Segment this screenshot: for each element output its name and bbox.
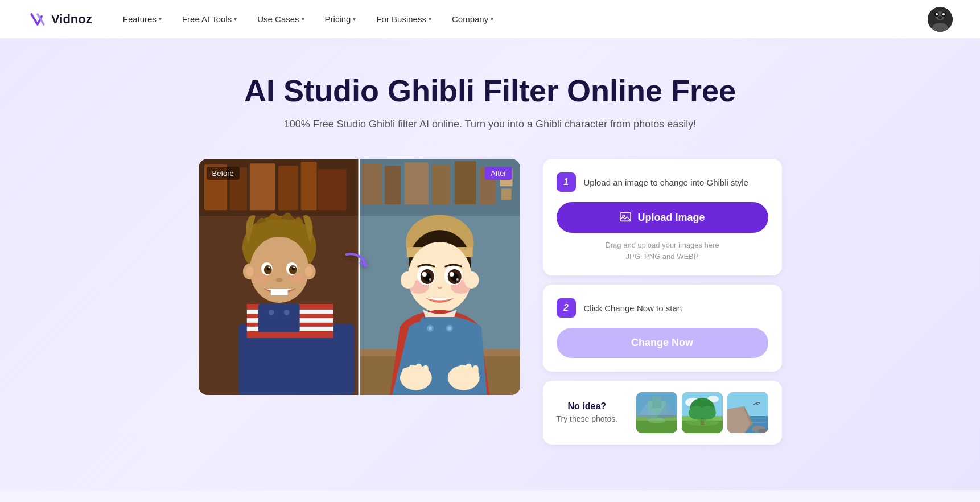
page-title: AI Studio Ghibli Filter Online Free bbox=[27, 73, 953, 108]
svg-point-7 bbox=[938, 16, 942, 19]
logo-link[interactable]: Vidnoz bbox=[27, 9, 92, 30]
nav-item-features[interactable]: Features ▾ bbox=[115, 10, 170, 28]
svg-point-109 bbox=[685, 419, 719, 426]
svg-rect-84 bbox=[423, 365, 429, 381]
svg-point-71 bbox=[456, 278, 459, 281]
upload-image-button[interactable]: Upload Image bbox=[557, 202, 768, 233]
nav-item-company[interactable]: Company ▾ bbox=[444, 10, 501, 28]
nav-links: Features ▾ Free AI Tools ▾ Use Cases ▾ P… bbox=[115, 10, 928, 28]
svg-rect-48 bbox=[405, 162, 429, 204]
nav-item-for-business[interactable]: For Business ▾ bbox=[368, 10, 439, 28]
svg-rect-15 bbox=[318, 169, 346, 210]
before-label: Before bbox=[207, 167, 240, 180]
step1-description: Upload an image to change into Ghibli st… bbox=[584, 178, 748, 187]
chevron-down-icon: ▾ bbox=[302, 16, 304, 22]
svg-point-43 bbox=[304, 266, 312, 277]
after-label: After bbox=[485, 167, 512, 180]
svg-point-70 bbox=[429, 278, 431, 281]
svg-rect-88 bbox=[473, 365, 479, 381]
svg-point-26 bbox=[268, 267, 270, 269]
hero-subtitle: 100% Free Studio Ghibli filter AI online… bbox=[27, 118, 953, 130]
step1-header: 1 Upload an image to change into Ghibli … bbox=[557, 172, 768, 192]
svg-rect-87 bbox=[466, 364, 472, 381]
step1-badge: 1 bbox=[557, 172, 576, 192]
transition-arrow bbox=[344, 249, 375, 282]
svg-rect-50 bbox=[455, 161, 476, 204]
hero-section: AI Studio Ghibli Filter Online Free 100%… bbox=[0, 39, 980, 490]
sample-photos bbox=[636, 392, 768, 433]
chevron-down-icon: ▾ bbox=[353, 16, 356, 22]
svg-rect-37 bbox=[258, 304, 299, 332]
svg-rect-99 bbox=[636, 392, 677, 415]
svg-point-68 bbox=[422, 272, 427, 277]
upload-hint: Drag and upload your images here JPG, PN… bbox=[557, 240, 768, 262]
svg-rect-14 bbox=[300, 162, 316, 210]
svg-rect-12 bbox=[249, 163, 275, 210]
svg-point-77 bbox=[401, 271, 415, 289]
step2-card: 2 Click Change Now to start Change Now bbox=[543, 285, 782, 372]
svg-point-115 bbox=[758, 429, 767, 433]
svg-point-74 bbox=[429, 327, 432, 330]
svg-point-5 bbox=[936, 13, 938, 15]
svg-point-108 bbox=[700, 406, 716, 419]
demo-container: Before After bbox=[166, 159, 814, 445]
sample-photo-2[interactable] bbox=[682, 392, 723, 433]
step2-description: Click Change Now to start bbox=[584, 303, 682, 313]
change-now-button[interactable]: Change Now bbox=[557, 328, 768, 358]
svg-rect-47 bbox=[385, 166, 401, 204]
logo-icon bbox=[27, 9, 48, 30]
svg-rect-85 bbox=[452, 368, 458, 381]
svg-rect-49 bbox=[432, 164, 450, 204]
svg-point-28 bbox=[275, 278, 282, 282]
svg-rect-82 bbox=[409, 365, 415, 381]
chevron-down-icon: ▾ bbox=[491, 16, 493, 22]
step2-badge: 2 bbox=[557, 298, 576, 318]
chevron-down-icon: ▾ bbox=[159, 16, 162, 22]
svg-point-39 bbox=[283, 310, 289, 315]
svg-rect-86 bbox=[459, 365, 465, 381]
svg-rect-46 bbox=[362, 163, 382, 204]
user-avatar[interactable] bbox=[928, 7, 953, 32]
no-idea-card: No idea? Try these photos. bbox=[543, 381, 782, 445]
svg-rect-89 bbox=[620, 213, 631, 221]
upload-icon bbox=[619, 211, 632, 224]
svg-point-27 bbox=[293, 267, 295, 269]
brand-name: Vidnoz bbox=[51, 12, 92, 27]
sample-photo-3[interactable] bbox=[727, 392, 768, 433]
nav-item-pricing[interactable]: Pricing ▾ bbox=[317, 10, 364, 28]
svg-point-42 bbox=[245, 266, 253, 277]
svg-point-69 bbox=[450, 272, 454, 277]
svg-point-38 bbox=[268, 310, 274, 315]
svg-point-6 bbox=[942, 13, 945, 15]
svg-rect-72 bbox=[421, 317, 459, 348]
step1-card: 1 Upload an image to change into Ghibli … bbox=[543, 159, 782, 275]
svg-rect-81 bbox=[402, 368, 408, 381]
no-idea-text: No idea? Try these photos. bbox=[557, 401, 618, 424]
chevron-down-icon: ▾ bbox=[234, 16, 237, 22]
avatar-image bbox=[928, 7, 953, 32]
svg-rect-53 bbox=[501, 188, 512, 200]
svg-point-78 bbox=[464, 271, 479, 289]
step2-header: 2 Click Change Now to start bbox=[557, 298, 768, 318]
svg-point-96 bbox=[648, 418, 665, 423]
sample-photo-1[interactable] bbox=[636, 392, 677, 433]
svg-rect-83 bbox=[416, 364, 422, 381]
before-after-image: Before After bbox=[199, 159, 520, 395]
svg-point-76 bbox=[448, 327, 451, 330]
after-image bbox=[359, 159, 520, 395]
before-image bbox=[199, 159, 360, 395]
svg-rect-29 bbox=[270, 289, 287, 295]
controls-panel: 1 Upload an image to change into Ghibli … bbox=[543, 159, 782, 445]
nav-item-use-cases[interactable]: Use Cases ▾ bbox=[249, 10, 312, 28]
svg-rect-13 bbox=[278, 166, 298, 210]
navbar: Vidnoz Features ▾ Free AI Tools ▾ Use Ca… bbox=[0, 0, 980, 39]
nav-item-free-ai-tools[interactable]: Free AI Tools ▾ bbox=[174, 10, 245, 28]
chevron-down-icon: ▾ bbox=[429, 16, 431, 22]
